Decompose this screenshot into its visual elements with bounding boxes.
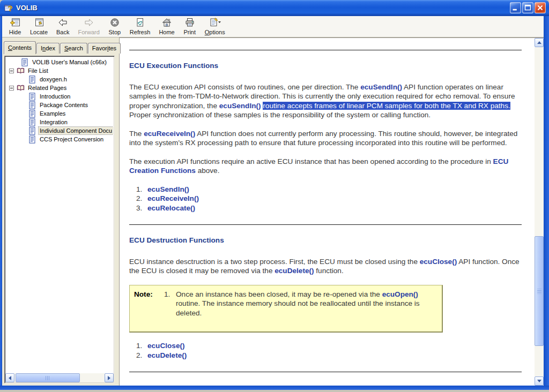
- refresh-button[interactable]: Refresh: [125, 17, 155, 36]
- list-item: ecuReceiveIn(): [144, 194, 522, 203]
- text-run: routine. The instance memory should not …: [176, 299, 420, 317]
- print-label: Print: [183, 28, 196, 36]
- scroll-up-button[interactable]: [535, 38, 544, 47]
- tree-item-label: doxygen.h: [39, 76, 68, 83]
- scroll-right-button[interactable]: [105, 373, 114, 382]
- page-icon: [28, 118, 36, 126]
- locate-icon: [34, 17, 44, 28]
- vertical-scroll-thumb[interactable]: [535, 236, 544, 346]
- window-border-bottom: [0, 386, 549, 390]
- forward-icon: [84, 17, 94, 28]
- doc-link[interactable]: ecuSendIn(): [219, 102, 261, 110]
- options-icon: [209, 17, 221, 28]
- close-button[interactable]: [535, 2, 546, 13]
- doc-link[interactable]: ecuOpen(): [382, 290, 418, 298]
- doc-link[interactable]: ecuClose(): [420, 258, 457, 266]
- locate-button[interactable]: Locate: [26, 17, 52, 36]
- titlebar[interactable]: ? VOLIB: [0, 0, 549, 16]
- tree-item-related-pages[interactable]: Related Pages: [6, 84, 113, 92]
- tree-item-ccs-project-conversion[interactable]: CCS Project Conversion: [6, 135, 113, 144]
- list-item: ecuDelete(): [144, 351, 522, 360]
- toolbar: Hide Locate Back: [0, 16, 549, 37]
- tree-item-doxygen-h[interactable]: doxygen.h: [6, 75, 113, 84]
- back-button[interactable]: Back: [52, 17, 73, 36]
- window-border-right: [544, 16, 549, 390]
- tab-favorites[interactable]: Favorites: [88, 43, 121, 54]
- stop-button[interactable]: Stop: [104, 17, 125, 36]
- back-label: Back: [56, 28, 69, 36]
- tab-index[interactable]: Index: [36, 43, 60, 54]
- tree-item-label: Examples: [39, 110, 66, 117]
- horizontal-scroll-thumb[interactable]: [16, 373, 80, 382]
- locate-label: Locate: [30, 28, 48, 36]
- tree-item-introduction[interactable]: Introduction: [6, 92, 113, 101]
- tree-item-label: VOLIB User's Manual (c66x): [31, 58, 108, 66]
- home-button[interactable]: Home: [154, 17, 179, 36]
- sidebar-tabs: ContentsIndexSearchFavorites: [2, 37, 119, 54]
- collapse-expander-icon[interactable]: [9, 69, 14, 73]
- scroll-left-button[interactable]: [5, 373, 14, 382]
- tree-item-package-contents[interactable]: Package Contents: [6, 101, 113, 109]
- doc-link[interactable]: ecuReceiveIn(): [147, 194, 199, 202]
- minimize-button[interactable]: [510, 2, 521, 13]
- back-icon: [57, 17, 68, 28]
- page-icon: [21, 58, 29, 66]
- tab-search[interactable]: Search: [60, 43, 87, 54]
- titlebar-buttons: [510, 2, 546, 13]
- scroll-down-button[interactable]: [535, 376, 544, 386]
- tree-item-label: Individual Component Docu: [39, 127, 113, 134]
- svg-text:?: ?: [8, 4, 13, 12]
- print-icon: [184, 17, 195, 28]
- print-button[interactable]: Print: [179, 17, 201, 36]
- tab-contents[interactable]: Contents: [4, 41, 36, 54]
- section-divider: [129, 372, 522, 372]
- text-run: The ECU execution API consists of two ro…: [129, 83, 360, 91]
- home-icon: [161, 17, 172, 28]
- page-icon: [28, 93, 36, 101]
- section-heading: ECU Destruction Functions: [129, 236, 522, 245]
- forward-label: Forward: [78, 28, 100, 36]
- tree-horizontal-scrollbar[interactable]: [5, 373, 114, 382]
- doc-link[interactable]: ecuDelete(): [274, 267, 314, 275]
- text-run: The: [129, 130, 144, 138]
- selected-text: routine accepts frames of linear PCM sam…: [263, 102, 510, 110]
- doc-link[interactable]: ecuClose(): [147, 342, 185, 350]
- tree-item-label: File List: [27, 67, 49, 74]
- chevron-down-icon: [537, 380, 541, 382]
- tree-item-examples[interactable]: Examples: [6, 109, 113, 118]
- doc-link[interactable]: ecuSendIn(): [147, 185, 189, 193]
- function-list: ecuSendIn()ecuReceiveIn()ecuRelocate(): [137, 185, 522, 213]
- doc-link[interactable]: ecuSendIn(): [360, 83, 402, 91]
- doc-link[interactable]: ecuReceiveIn(): [144, 130, 195, 138]
- home-label: Home: [159, 28, 174, 36]
- text-run: above.: [196, 167, 220, 175]
- text-run: function.: [314, 267, 344, 275]
- content-vertical-scrollbar[interactable]: [535, 38, 544, 386]
- collapse-expander-icon[interactable]: [9, 86, 14, 91]
- note-text: Once an instance has been closed, it may…: [176, 290, 431, 318]
- window-border-left: [0, 16, 2, 390]
- doc-link[interactable]: ecuDelete(): [147, 351, 187, 359]
- tree-item-file-list[interactable]: File List: [6, 66, 113, 75]
- page-icon: [28, 135, 36, 144]
- page-icon: [28, 101, 36, 109]
- hide-icon: [10, 17, 20, 28]
- tree-item-label: Related Pages: [27, 84, 68, 92]
- topic-content: ECU Execution Functions The ECU executio…: [120, 38, 535, 386]
- doc-link[interactable]: ecuRelocate(): [147, 204, 195, 212]
- note-number: 1.: [162, 290, 176, 299]
- page-icon: [28, 127, 36, 135]
- tree-item-individual-component-docu[interactable]: Individual Component Docu: [6, 126, 113, 135]
- tree-item-integration[interactable]: Integration: [6, 118, 113, 126]
- paragraph: The ECU execution API consists of two ro…: [129, 82, 522, 120]
- tree-item-label: Package Contents: [39, 101, 89, 109]
- refresh-label: Refresh: [130, 28, 151, 36]
- tree-item-label: CCS Project Conversion: [39, 135, 105, 143]
- help-window-icon: ?: [4, 3, 13, 12]
- forward-button[interactable]: Forward: [74, 17, 104, 36]
- hide-button[interactable]: Hide: [4, 17, 26, 36]
- options-button[interactable]: Options: [201, 17, 229, 36]
- note-label: Note:: [134, 290, 162, 299]
- tree-item-volib-user-s-manual-c66x[interactable]: VOLIB User's Manual (c66x): [6, 58, 113, 66]
- maximize-button[interactable]: [522, 2, 533, 13]
